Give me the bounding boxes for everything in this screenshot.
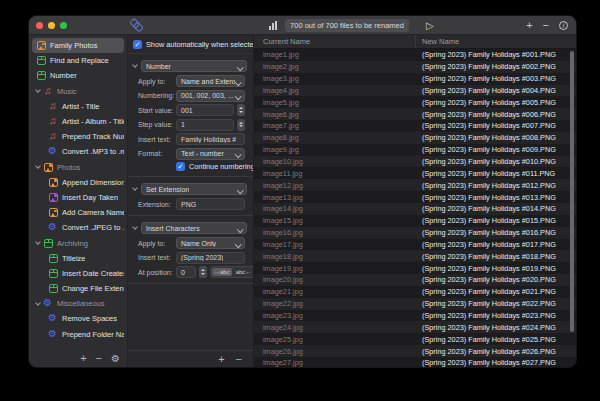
- cell-current-name: image17.jpg: [254, 240, 416, 249]
- insert-text-input[interactable]: Family Holidays #: [176, 133, 245, 145]
- stepper-control[interactable]: [199, 266, 207, 278]
- table-row[interactable]: image21.jpg(Spring 2023) Family Holidays…: [254, 286, 576, 298]
- sidebar-item-remove-spaces[interactable]: Remove Spaces: [32, 311, 124, 326]
- stepper-control[interactable]: [237, 119, 245, 131]
- segment-abc[interactable]: abc←: [233, 267, 254, 277]
- numbering-select[interactable]: 001, 002, 003, ...: [176, 90, 245, 102]
- minimize-window-button[interactable]: [48, 22, 55, 29]
- section-type-select[interactable]: Insert Characters: [141, 222, 247, 234]
- sidebar-item-find-and-replace[interactable]: Find and Replace: [32, 53, 124, 68]
- cube-icon: [44, 239, 53, 248]
- table-row[interactable]: image9.jpg(Spring 2023) Family Holidays …: [254, 144, 576, 156]
- field-label: Apply to:: [138, 78, 176, 85]
- table-row[interactable]: image12.jpg(Spring 2023) Family Holidays…: [254, 179, 576, 191]
- field-label: Apply to:: [138, 240, 176, 247]
- extension-input[interactable]: PNG: [176, 198, 245, 210]
- table-row[interactable]: image5.jpg(Spring 2023) Family Holidays …: [254, 96, 576, 108]
- table-row[interactable]: image16.jpg(Spring 2023) Family Holidays…: [254, 227, 576, 239]
- sidebar-item-photos[interactable]: Photos: [32, 160, 124, 175]
- music-icon: [49, 102, 58, 111]
- section-separator: [128, 215, 253, 216]
- insert-text-input[interactable]: (Spring 2023): [176, 252, 245, 264]
- table-row[interactable]: image24.jpg(Spring 2023) Family Holidays…: [254, 321, 576, 333]
- sidebar-item-convert-mp3-to-mp3[interactable]: Convert .MP3 to .mp3: [32, 144, 124, 159]
- table-row[interactable]: image11.jpg(Spring 2023) Family Holidays…: [254, 167, 576, 179]
- table-row[interactable]: image23.jpg(Spring 2023) Family Holidays…: [254, 310, 576, 322]
- sidebar-item-family-photos[interactable]: Family Photos: [32, 38, 124, 53]
- table-row[interactable]: image27.jpg(Spring 2023) Family Holidays…: [254, 357, 576, 367]
- apply-to-select[interactable]: Name and Extension: [176, 75, 245, 87]
- section-type-select[interactable]: Number: [141, 60, 247, 72]
- table-row[interactable]: image13.jpg(Spring 2023) Family Holidays…: [254, 191, 576, 203]
- sidebar-item-prepend-folder-name[interactable]: Prepend Folder Name: [32, 327, 124, 342]
- show-automatically-checkbox[interactable]: ✓: [133, 40, 142, 49]
- sidebar-item-insert-date-created[interactable]: Insert Date Created: [32, 266, 124, 281]
- table-row[interactable]: image17.jpg(Spring 2023) Family Holidays…: [254, 239, 576, 251]
- sidebar-list: Family PhotosFind and ReplaceNumberMusic…: [29, 38, 127, 342]
- info-button[interactable]: i: [559, 21, 568, 30]
- column-header-new-name[interactable]: New Name: [416, 37, 576, 46]
- format-select[interactable]: Text - number: [176, 148, 245, 160]
- insert-direction-segmented-control[interactable]: →abcabc←: [210, 266, 254, 278]
- sidebar-item-archiving[interactable]: Archiving: [32, 235, 124, 250]
- table-row[interactable]: image8.jpg(Spring 2023) Family Holidays …: [254, 132, 576, 144]
- sidebar-item-append-dimensions[interactable]: Append Dimensions: [32, 175, 124, 190]
- table-row[interactable]: image18.jpg(Spring 2023) Family Holidays…: [254, 250, 576, 262]
- chevron-down-icon[interactable]: [35, 239, 41, 245]
- table-row[interactable]: image26.jpg(Spring 2023) Family Holidays…: [254, 345, 576, 357]
- add-files-button[interactable]: +: [526, 20, 532, 31]
- table-row[interactable]: image20.jpg(Spring 2023) Family Holidays…: [254, 274, 576, 286]
- zoom-window-button[interactable]: [60, 22, 67, 29]
- column-header-current-name[interactable]: Current Name: [254, 35, 416, 48]
- run-rename-button[interactable]: ▷: [426, 19, 434, 32]
- step-value-input[interactable]: 1: [176, 119, 234, 131]
- table-row[interactable]: image10.jpg(Spring 2023) Family Holidays…: [254, 156, 576, 168]
- stepper-control[interactable]: [237, 104, 245, 116]
- sidebar-item-titleize[interactable]: Titleize: [32, 251, 124, 266]
- remove-preset-button[interactable]: −: [96, 352, 102, 364]
- table-row[interactable]: image7.jpg(Spring 2023) Family Holidays …: [254, 120, 576, 132]
- remove-action-button[interactable]: −: [236, 353, 242, 365]
- vertical-scrollbar[interactable]: [570, 51, 574, 332]
- table-row[interactable]: image6.jpg(Spring 2023) Family Holidays …: [254, 108, 576, 120]
- chevron-down-icon[interactable]: [132, 62, 138, 68]
- chevron-down-icon[interactable]: [35, 87, 41, 93]
- sidebar-item-artist-title[interactable]: Artist - Title: [32, 99, 124, 114]
- chevron-down-icon[interactable]: [35, 163, 41, 169]
- continue-numbering-checkbox[interactable]: ✓: [176, 162, 185, 171]
- segment-abc[interactable]: →abc: [212, 268, 232, 276]
- section-type-select[interactable]: Set Extension: [141, 183, 247, 195]
- table-row[interactable]: image22.jpg(Spring 2023) Family Holidays…: [254, 298, 576, 310]
- link-icon[interactable]: [128, 18, 144, 34]
- chevron-down-icon[interactable]: [35, 300, 41, 306]
- sidebar-item-add-camera-name[interactable]: Add Camera Name: [32, 205, 124, 220]
- table-row[interactable]: image15.jpg(Spring 2023) Family Holidays…: [254, 215, 576, 227]
- sidebar-item-number[interactable]: Number: [32, 68, 124, 83]
- statistics-icon[interactable]: [269, 21, 277, 30]
- settings-gear-icon[interactable]: ⚙: [111, 353, 120, 364]
- sidebar-item-label: Music: [57, 87, 77, 96]
- sidebar-item-music[interactable]: Music: [32, 84, 124, 99]
- table-row[interactable]: image19.jpg(Spring 2023) Family Holidays…: [254, 262, 576, 274]
- sidebar-item-prepend-track-number[interactable]: Prepend Track Number: [32, 129, 124, 144]
- start-value-input[interactable]: 001: [176, 104, 234, 116]
- remove-files-button[interactable]: −: [543, 20, 549, 31]
- sidebar-item-miscellaneous[interactable]: Miscellaneous: [32, 296, 124, 311]
- table-row[interactable]: image3.jpg(Spring 2023) Family Holidays …: [254, 73, 576, 85]
- table-row[interactable]: image2.jpg(Spring 2023) Family Holidays …: [254, 61, 576, 73]
- at-position-input[interactable]: 0: [176, 266, 196, 278]
- sidebar-item-change-file-extension[interactable]: Change File Extension: [32, 281, 124, 296]
- add-preset-button[interactable]: +: [80, 352, 86, 364]
- table-row[interactable]: image25.jpg(Spring 2023) Family Holidays…: [254, 333, 576, 345]
- sidebar-item-insert-day-taken[interactable]: Insert Day Taken: [32, 190, 124, 205]
- chevron-down-icon[interactable]: [132, 185, 138, 191]
- table-row[interactable]: image4.jpg(Spring 2023) Family Holidays …: [254, 85, 576, 97]
- table-row[interactable]: image1.jpg(Spring 2023) Family Holidays …: [254, 49, 576, 61]
- chevron-down-icon[interactable]: [132, 224, 138, 230]
- close-window-button[interactable]: [36, 22, 43, 29]
- apply-to-select[interactable]: Name Only: [176, 237, 245, 249]
- add-action-button[interactable]: +: [218, 353, 224, 365]
- table-row[interactable]: image14.jpg(Spring 2023) Family Holidays…: [254, 203, 576, 215]
- sidebar-item-convert-jpeg-to-jpg[interactable]: Convert .JPEG to .jpg: [32, 220, 124, 235]
- sidebar-item-artist-album-title[interactable]: Artist - Album - Title: [32, 114, 124, 129]
